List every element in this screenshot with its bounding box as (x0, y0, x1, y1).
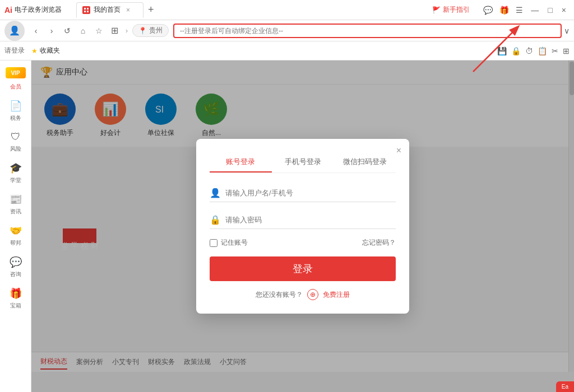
sidebar-item-risk[interactable]: 🛡 风险 (0, 127, 31, 157)
sidebar: VIP 会员 📄 税务 🛡 风险 🎓 学堂 📰 资讯 🤝 帮邦 💬 咨询 🎁 (0, 60, 31, 392)
username-input[interactable] (225, 189, 396, 197)
remember-left: 记住账号 (210, 238, 248, 248)
user-avatar[interactable]: 👤 (4, 21, 25, 41)
svg-rect-3 (87, 11, 89, 12)
location-text: 贵州 (149, 26, 163, 35)
study-icon: 🎓 (10, 162, 22, 174)
sidebar-label-consult: 咨询 (10, 270, 21, 278)
remember-row: 记住账号 忘记密码？ (210, 238, 396, 248)
svg-rect-2 (84, 11, 86, 12)
sidebar-item-help[interactable]: 🤝 帮邦 (0, 220, 31, 251)
sidebar-label-news: 资讯 (10, 208, 21, 216)
svg-rect-0 (84, 8, 86, 10)
nav-separator: › (126, 27, 128, 35)
login-modal: × 账号登录 手机号登录 微信扫码登录 👤 🔒 记住账 (196, 139, 409, 314)
window-controls: 🚩 新手指引 💬 🎁 ☰ — □ × (432, 5, 570, 15)
modal-close-btn[interactable]: × (396, 146, 401, 156)
sidebar-label-tax: 税务 (10, 114, 21, 122)
sidebar-item-treasure[interactable]: 🎁 宝箱 (0, 283, 31, 314)
login-link[interactable]: 请登录 (4, 46, 25, 55)
news-icon: 📰 (10, 193, 22, 206)
message-icon[interactable]: 💬 (483, 6, 493, 15)
star-icon: ★ (31, 47, 38, 55)
modal-overlay: × 账号登录 手机号登录 微信扫码登录 👤 🔒 记住账 (31, 60, 574, 392)
address-area: ⊞ › 📍 贵州 (108, 24, 562, 38)
no-account-text: 您还没有账号？ (256, 290, 303, 300)
remember-checkbox[interactable] (210, 239, 217, 247)
username-group: 👤 (210, 184, 396, 202)
favorite-btn[interactable]: ☆ (92, 24, 105, 38)
sidebar-label-treasure: 宝箱 (10, 302, 21, 310)
register-row: 您还没有账号？ ⊕ 免费注册 (210, 289, 396, 300)
sidebar-item-study[interactable]: 🎓 学堂 (0, 157, 31, 189)
refresh-btn[interactable]: ↺ (61, 24, 74, 38)
new-user-btn[interactable]: 🚩 新手指引 (432, 5, 470, 15)
app-logo: Ai 电子政务浏览器 (4, 5, 72, 15)
tabs-bar: 我的首页 × + (76, 2, 428, 18)
register-circle-icon: ⊕ (307, 289, 318, 300)
tab-wechat-login[interactable]: 微信扫码登录 (334, 152, 396, 172)
register-link[interactable]: 免费注册 (323, 290, 350, 300)
sidebar-item-tax[interactable]: 📄 税务 (0, 95, 31, 127)
sidebar-item-consult[interactable]: 💬 咨询 (0, 251, 31, 283)
bookmarks-link[interactable]: ★ 收藏夹 (31, 46, 60, 55)
address-input[interactable] (173, 24, 562, 38)
maximize-btn[interactable]: □ (548, 6, 552, 15)
password-group: 🔒 (210, 211, 396, 229)
risk-icon: 🛡 (11, 131, 21, 143)
app-logo-icon: Ai (4, 6, 12, 15)
location-badge[interactable]: 📍 贵州 (132, 24, 169, 37)
sidebar-label-study: 学堂 (10, 176, 21, 184)
modal-tabs: 账号登录 手机号登录 微信扫码登录 (210, 152, 396, 173)
location-icon: 📍 (138, 27, 147, 35)
lock-field-icon: 🔒 (210, 214, 221, 225)
tab-label: 我的首页 (94, 5, 121, 15)
title-bar: Ai 电子政务浏览器 我的首页 × + 🚩 新手指引 💬 🎁 ☰ — □ × (0, 0, 574, 20)
watermark: Ea (556, 381, 574, 392)
sidebar-label-help: 帮邦 (10, 239, 21, 247)
active-tab[interactable]: 我的首页 × (76, 2, 144, 18)
sidebar-item-news[interactable]: 📰 资讯 (0, 189, 31, 220)
sidebar-label-member: 会员 (10, 83, 21, 91)
svg-rect-1 (87, 8, 89, 10)
tab-favicon (82, 6, 90, 14)
add-tab-btn[interactable]: + (148, 4, 154, 16)
main-layout: VIP 会员 📄 税务 🛡 风险 🎓 学堂 📰 资讯 🤝 帮邦 💬 咨询 🎁 (0, 60, 574, 392)
tab-close-btn[interactable]: × (126, 6, 130, 14)
forgot-password-link[interactable]: 忘记密码？ (362, 238, 396, 248)
password-input[interactable] (225, 216, 396, 224)
user-icon: 👤 (210, 188, 221, 198)
close-btn[interactable]: × (562, 6, 566, 15)
apps-icon[interactable]: ⊞ (563, 46, 570, 55)
home-btn[interactable]: ⌂ (76, 24, 90, 38)
tax-icon: 📄 (10, 100, 22, 112)
sidebar-label-risk: 风险 (10, 145, 21, 153)
minimize-btn[interactable]: — (531, 6, 539, 15)
toolbar-tools: 💾 🔒 ⏱ 📋 ✂ ⊞ (497, 46, 570, 55)
gift-icon[interactable]: 🎁 (499, 6, 509, 15)
menu-icon[interactable]: ☰ (516, 6, 523, 15)
history-icon[interactable]: ⏱ (525, 46, 533, 55)
lock-icon[interactable]: 🔒 (511, 46, 521, 55)
second-bar: 请登录 ★ 收藏夹 💾 🔒 ⏱ 📋 ✂ ⊞ (0, 41, 574, 60)
content-area: 🏆 应用中心 💼 税务助手 📊 好会计 SI 单位社保 (31, 60, 574, 392)
cut-icon[interactable]: ✂ (552, 46, 558, 55)
help-icon: 🤝 (10, 225, 22, 237)
treasure-icon: 🎁 (10, 287, 22, 300)
flag-icon: 🚩 (432, 6, 441, 14)
tab-phone-login[interactable]: 手机号登录 (272, 152, 334, 172)
forward-btn[interactable]: › (45, 24, 58, 38)
save-icon[interactable]: 💾 (497, 46, 507, 55)
login-submit-btn[interactable]: 登录 (210, 256, 396, 281)
app-logo-text: 电子政务浏览器 (15, 5, 62, 15)
remember-label[interactable]: 记住账号 (221, 238, 248, 248)
tab-account-login[interactable]: 账号登录 (210, 152, 272, 172)
nav-bar: 👤 ‹ › ↺ ⌂ ☆ ⊞ › 📍 贵州 ∨ (0, 20, 574, 41)
clipboard-icon[interactable]: 📋 (538, 46, 547, 55)
more-btn[interactable]: ∨ (564, 26, 570, 35)
sidebar-item-member[interactable]: VIP 会员 (0, 63, 31, 95)
vip-badge: VIP (6, 67, 26, 78)
back-btn[interactable]: ‹ (29, 24, 43, 38)
consult-icon: 💬 (10, 256, 22, 268)
grid-view-btn[interactable]: ⊞ (108, 24, 121, 38)
